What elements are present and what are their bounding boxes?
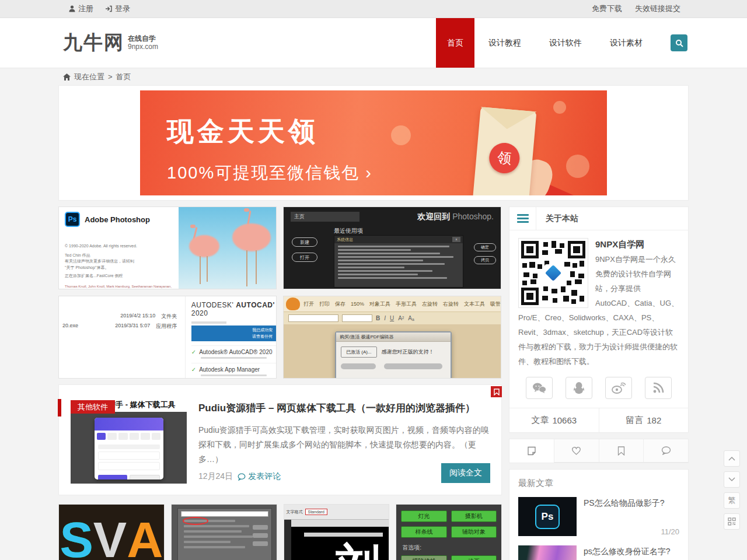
flamingo-artwork bbox=[179, 207, 276, 289]
bookmark-button[interactable] bbox=[491, 386, 502, 397]
article-excerpt: Pudiu资源猎手可高效实现下载管理，实时获取网页图片，视频，音频等内容的嗅探和… bbox=[198, 423, 490, 467]
logo-domain: 9npx.com bbox=[128, 43, 158, 51]
recent-post-title[interactable]: PS怎么给物品做影子? bbox=[584, 497, 679, 509]
category-tag[interactable]: 其他软件 bbox=[71, 400, 115, 414]
sidebar: 关于本站 bbox=[509, 206, 689, 560]
qr-code bbox=[518, 238, 588, 308]
pdf-activation-dialog: 购买/激活 极速PDF编辑器 已激活 (A)... 感谢您对正版的支持！ bbox=[335, 331, 452, 379]
post-thumb-photoshop-welcome[interactable]: 主页 欢迎回到 Photoshop. 最近使用项 新建 打开 系统信息x bbox=[283, 206, 501, 289]
coin-decoration bbox=[566, 155, 589, 178]
coin-decoration bbox=[553, 101, 566, 114]
recent-post-date: 11/20 bbox=[584, 527, 679, 536]
wechat-icon bbox=[532, 382, 546, 394]
wechat-button[interactable] bbox=[526, 377, 553, 399]
hamburger-menu-icon[interactable] bbox=[509, 207, 536, 230]
about-widget: 关于本站 bbox=[509, 206, 689, 433]
tab-latest-posts[interactable] bbox=[509, 439, 554, 463]
chevron-up-icon bbox=[728, 456, 735, 461]
traditional-chinese-toggle[interactable]: 繁 bbox=[724, 492, 740, 509]
ps-ok-button: 确定 bbox=[474, 243, 496, 251]
recent-post-item[interactable]: ps怎么修改身份证名字? bbox=[518, 545, 679, 560]
pdf-logo-icon bbox=[286, 298, 300, 310]
recent-posts-widget: 最新文章 Ps PS怎么给物品做影子? 11/20 ps怎么修改身份证名字? bbox=[509, 469, 689, 560]
breadcrumb-label: 现在位置 bbox=[74, 72, 104, 82]
nav-item-materials[interactable]: 设计素材 bbox=[596, 18, 657, 68]
qr-popup-button[interactable] bbox=[724, 513, 740, 530]
logo-text: 九牛网 bbox=[63, 30, 124, 56]
breadcrumb-separator: > bbox=[108, 72, 113, 81]
banner-panel: 领 现金天天领 100%可提现至微信钱包 › bbox=[58, 85, 689, 201]
post-thumb-cad-text[interactable]: 文字格式 Standard 刘 bbox=[284, 504, 390, 560]
sign-in-icon bbox=[105, 5, 112, 12]
font-select bbox=[288, 314, 338, 322]
stat-comments: 留言 182 bbox=[599, 408, 689, 432]
promo-banner[interactable]: 领 现金天天领 100%可提现至微信钱包 › bbox=[140, 90, 607, 195]
post-thumb-photoshop-splash[interactable]: Ps Adobe Photoshop © 1990-2020 Adobe. Al… bbox=[58, 206, 277, 289]
post-thumb-3dsmax[interactable]: 灯光 摄影机 样条线 辅助对象 首选项: 塌陷堆栈 动画 bbox=[396, 504, 502, 560]
post-thumb-pdf-editor[interactable]: 打开 打印 保存 150% 对象工具 手形工具 左旋转 右旋转 文本工具 吸管工… bbox=[283, 296, 501, 379]
banner-subline: 100%可提现至微信钱包 bbox=[167, 163, 359, 182]
post-thumb-ps-preferences[interactable] bbox=[171, 504, 277, 560]
recent-post-item[interactable]: Ps PS怎么给物品做影子? 11/20 bbox=[518, 497, 679, 536]
coin-decoration bbox=[391, 125, 411, 145]
stat-comments-count: 182 bbox=[647, 415, 661, 425]
topbar: 注册 登录 免费下载 失效链接提交 bbox=[0, 0, 747, 18]
banner-arrow: › bbox=[365, 163, 372, 182]
register-link[interactable]: 注册 bbox=[69, 4, 93, 14]
sidebar-tabs bbox=[509, 439, 689, 463]
ps-open-button: 打开 bbox=[292, 253, 317, 262]
rss-icon bbox=[652, 382, 664, 394]
nav-item-tutorials[interactable]: 设计教程 bbox=[474, 18, 535, 68]
stat-articles: 文章 10663 bbox=[509, 408, 599, 432]
read-more-button[interactable]: 阅读全文 bbox=[441, 463, 490, 483]
home-icon bbox=[63, 74, 71, 80]
note-icon bbox=[527, 446, 536, 456]
article-title[interactable]: Pudiu资源猎手 – 网页媒体下载工具（一款好用的浏览器插件） bbox=[198, 401, 490, 415]
qr-center-logo bbox=[544, 264, 562, 282]
about-widget-title: 关于本站 bbox=[546, 214, 578, 224]
comment-icon bbox=[238, 473, 246, 481]
nav-item-software[interactable]: 设计软件 bbox=[535, 18, 596, 68]
size-select bbox=[342, 314, 372, 322]
article-thumbnail[interactable]: Pudiu资源猎手 - 媒体下载工具 其他软件 bbox=[71, 397, 187, 484]
floating-toolbar: 繁 bbox=[724, 450, 740, 530]
main-nav: 首页 设计教程 设计软件 设计素材 bbox=[436, 18, 689, 68]
free-download-link[interactable]: 免费下载 bbox=[592, 4, 622, 14]
article-card: Pudiu资源猎手 - 媒体下载工具 其他软件 bbox=[58, 384, 502, 495]
envelope-seal: 领 bbox=[488, 142, 521, 174]
weibo-icon bbox=[612, 382, 626, 394]
post-thumb-autocad[interactable]: 2019/4/2 15:10文件夹 20.exe2019/3/31 5:07应用… bbox=[58, 296, 277, 379]
speech-bubble-icon bbox=[661, 446, 671, 455]
weibo-button[interactable] bbox=[605, 377, 632, 399]
site-stats: 文章 10663 留言 182 bbox=[509, 408, 688, 432]
search-button[interactable] bbox=[671, 34, 687, 51]
site-logo[interactable]: 九牛网 在线自学 9npx.com bbox=[58, 30, 158, 56]
tab-popular[interactable] bbox=[554, 439, 599, 463]
article-date: 12月24日 bbox=[198, 471, 233, 482]
banner-headline: 现金天天领 bbox=[167, 114, 372, 150]
site-header: 九牛网 在线自学 9npx.com 首页 设计教程 设计软件 设计素材 bbox=[0, 18, 747, 68]
rss-button[interactable] bbox=[645, 377, 672, 399]
tab-comments[interactable] bbox=[643, 439, 688, 463]
recent-post-thumbnail: Ps bbox=[518, 497, 577, 536]
social-links bbox=[509, 369, 688, 399]
bottom-thumbnail-row: S V A bbox=[58, 504, 502, 560]
qq-button[interactable] bbox=[566, 377, 592, 399]
bookmark-outline-icon bbox=[617, 446, 625, 456]
comments-link[interactable]: 发表评论 bbox=[238, 471, 281, 482]
post-thumb-sva-icons[interactable]: S V A bbox=[58, 504, 165, 560]
nav-item-home[interactable]: 首页 bbox=[436, 18, 474, 68]
tab-bookmarks[interactable] bbox=[599, 439, 644, 463]
red-envelope-graphic: 领 bbox=[472, 107, 537, 195]
recent-posts-heading: 最新文章 bbox=[518, 478, 679, 489]
scroll-bottom-button[interactable] bbox=[724, 471, 740, 488]
heart-icon bbox=[571, 446, 581, 455]
scroll-top-button[interactable] bbox=[724, 450, 740, 467]
search-icon bbox=[675, 39, 683, 47]
recent-post-title[interactable]: ps怎么修改身份证名字? bbox=[584, 545, 679, 557]
breadcrumb: 现在位置 > 首页 bbox=[0, 68, 747, 85]
dead-link-submit-link[interactable]: 失效链接提交 bbox=[635, 4, 680, 14]
breadcrumb-current[interactable]: 首页 bbox=[116, 72, 131, 82]
user-icon bbox=[69, 5, 75, 12]
login-link[interactable]: 登录 bbox=[105, 4, 130, 14]
